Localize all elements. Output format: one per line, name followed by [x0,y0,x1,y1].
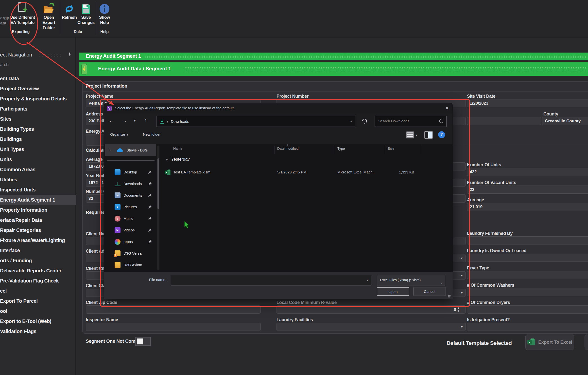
up-icon[interactable]: ↑ [144,117,147,123]
client-zip-input[interactable] [86,305,261,314]
chevron-down-icon[interactable]: ∨ [350,120,352,123]
sidebar-item[interactable]: Units [0,154,76,165]
sidebar-item[interactable]: Export to E-Tool (Web) [0,316,76,326]
chevron-down-icon[interactable]: ∨ [134,118,136,122]
preview-pane-icon[interactable] [424,131,433,139]
column-separator[interactable] [335,146,335,154]
use-different-ea-template-button[interactable]: Use Different EA Template [9,1,36,30]
sidebar-item[interactable]: Unit Types [0,144,76,154]
laundry-facilities-dropdown[interactable]: ▼ [277,323,466,331]
cut-off-button[interactable] [585,335,588,350]
sidebar-item[interactable]: Property Information [0,205,76,215]
column-header-size[interactable]: Size [388,147,394,150]
pin-icon[interactable] [68,52,72,56]
close-icon[interactable]: × [445,105,449,112]
sidebar-item[interactable]: Sites [0,114,76,124]
chevron-down-icon[interactable]: ∨ [366,278,369,282]
sidebar-item[interactable]: orts / Funding [0,256,76,266]
sidebar-item[interactable]: ool [0,306,76,316]
help-icon[interactable]: ? [438,131,445,138]
partial-button[interactable]: ergy ata [0,15,9,26]
show-help-button[interactable]: Show Help [97,1,112,30]
tree-root-label: Stevie - D3G [126,148,148,152]
forward-icon[interactable]: → [122,117,127,123]
acreage-input[interactable]: 21.019 [467,203,588,211]
sidebar-item[interactable]: Property & Inspection Details [0,94,76,104]
sidebar-item[interactable]: Utilities [0,175,76,185]
sidebar-item[interactable]: Buildings [0,134,76,144]
refresh-icon[interactable] [361,118,368,124]
open-button[interactable]: Open [377,287,409,296]
breadcrumb[interactable]: Downloads [171,119,189,124]
tree-item[interactable]: ▶ Videos [104,224,157,236]
sidebar-item[interactable]: Validation Flags [0,326,76,337]
search-input[interactable]: Search Downloads [375,116,447,127]
column-header-name[interactable]: Name [173,147,182,150]
tree-item[interactable]: ♪ Music [104,213,157,224]
file-type-select[interactable]: Excel Files (.xlsm) (*.xlsm) ∨ [377,275,445,285]
column-separator[interactable] [420,146,420,154]
tree-item[interactable]: Desktop [104,166,157,178]
laundry-owned-input[interactable] [467,254,588,262]
tree-root-onedrive[interactable]: › Stevie - D3G [105,144,156,156]
tree-item[interactable]: D3G Axiom [104,259,157,271]
refresh-button[interactable]: Refresh [62,1,77,30]
tree-item[interactable]: repos [104,236,157,247]
vacant-units-input[interactable]: 22 [467,186,588,194]
sidebar-item[interactable]: Project Overview [0,84,76,94]
unlabeled-input[interactable] [467,117,541,125]
sidebar-item[interactable]: Fixture Areas/Water/Lighting [0,235,76,245]
tree-item[interactable]: ↓ Downloads [104,178,157,189]
dryer-type-input[interactable] [467,271,588,279]
sidebar-item[interactable]: Energy Audit Segment 1 [0,195,76,205]
site-visit-date-input[interactable]: 1/20/2023 [467,99,588,107]
sidebar-item[interactable]: Participants [0,104,76,114]
file-name-input[interactable]: ∨ [171,275,371,285]
export-to-excel-button[interactable]: x Export To Excel [525,335,574,350]
sidebar-item[interactable]: Deliverable Reports Center [0,266,76,276]
tree-scrollbar[interactable] [157,146,159,270]
sidebar-item[interactable]: Pre-Validation Flag Check [0,276,76,286]
list-view-icon[interactable] [406,131,414,138]
common-dryers-input[interactable] [467,305,588,314]
chevron-down-icon[interactable]: ∨ [415,133,418,137]
file-row[interactable]: x Test EA Template.xlsm 5/1/2023 2:45 PM… [163,168,449,177]
open-export-folder-button[interactable]: Open Export Folder [37,1,61,30]
local-code-spinner[interactable]: 0 [277,305,466,314]
sidebar-item[interactable]: Building Types [0,124,76,134]
search-input[interactable]: arch [0,62,9,67]
tree-item[interactable]: D3G Versa [104,247,157,259]
laundry-furnished-input[interactable] [467,236,588,244]
column-header-type[interactable]: Type [337,147,345,150]
column-header-date-modified[interactable]: Date modified [277,147,298,150]
sidebar-item[interactable]: ent Data [0,74,76,84]
back-icon[interactable]: ← [109,117,114,123]
inspector-name-input[interactable] [86,323,261,331]
sidebar-item[interactable]: cel [0,286,76,296]
drag-grip[interactable] [39,54,61,56]
irrigation-input[interactable] [467,323,588,331]
sidebar-item[interactable]: Inspected Units [0,185,76,195]
scrollbar-thumb[interactable] [157,158,159,209]
group-row-yesterday[interactable]: ∨ Yesterday [166,157,190,162]
column-separator[interactable] [385,146,385,154]
save-changes-button[interactable]: Save Changes [77,1,95,30]
sidebar-item[interactable]: Export To Parcel [0,296,76,306]
organize-menu[interactable]: Organize ▼ [110,132,129,136]
dialog-title-bar[interactable]: V Select the Energy Audit Report Templat… [104,103,453,113]
sidebar-item[interactable]: Interface [0,245,76,256]
new-folder-button[interactable]: New folder [143,132,161,136]
common-washers-input[interactable] [467,288,588,296]
sidebar-item[interactable]: Repair Categories [0,225,76,235]
column-separator[interactable] [275,146,275,154]
sidebar-item[interactable]: Common Areas [0,165,76,175]
cancel-button[interactable]: Cancel [413,287,446,296]
address-bar[interactable]: › Downloads ∨ [156,116,355,127]
sidebar-item[interactable]: erface/Repair Data [0,215,76,225]
number-of-units-input[interactable]: 422 [467,168,588,176]
segment-one-toggle[interactable] [135,337,151,346]
tree-item[interactable]: ▲ Pictures [104,201,157,213]
tree-item[interactable]: ≡ Documents [104,189,157,201]
county-input[interactable]: Greenville County [542,117,588,125]
resize-grip[interactable] [448,295,451,298]
